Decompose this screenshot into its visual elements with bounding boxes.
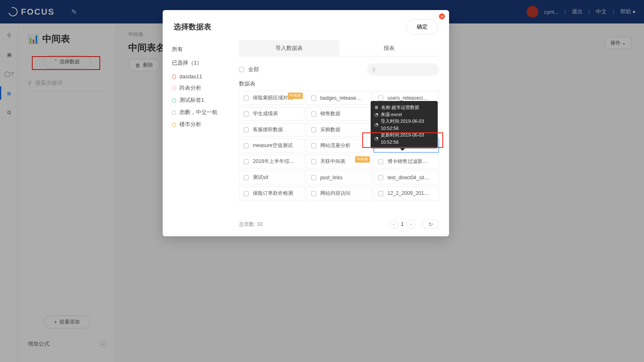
modal-title: 选择数据表 — [174, 22, 211, 32]
tag-item[interactable]: 跨表分析 — [172, 82, 233, 94]
clock-icon: ◔ — [374, 121, 379, 128]
table-checkbox[interactable] — [244, 175, 249, 180]
tag-label: dasdas11 — [179, 74, 202, 80]
confirm-button[interactable]: 确定 — [406, 19, 438, 34]
close-button[interactable]: ✕ — [439, 13, 445, 19]
table-cell[interactable]: 销售数据 — [306, 107, 372, 121]
tag-label: 楼市分析 — [179, 121, 201, 128]
tag-dot-icon — [172, 75, 176, 79]
table-cell[interactable]: 采购数据 — [306, 123, 372, 137]
table-checkbox[interactable] — [244, 191, 249, 196]
tag-dot-icon — [172, 86, 176, 90]
table-label: 网站流量分析 — [320, 142, 351, 149]
table-cell[interactable]: test_direct04_sit_m5... — [374, 171, 439, 184]
table-cell[interactable]: 网站流量分析 — [306, 139, 372, 153]
table-cell[interactable]: 保险索赔区域对比中间表 — [239, 91, 304, 105]
table-search-input[interactable]: ⚲ — [367, 63, 439, 76]
table-checkbox[interactable] — [311, 191, 316, 196]
category-column: 所有 已选择（1） dasdas11跨表分析测试标签1勿删，中交一航楼市分析 — [163, 40, 233, 229]
table-cell[interactable]: 12_2_2009_2017年G... — [374, 186, 439, 200]
next-page-button[interactable]: › — [406, 220, 415, 229]
table-label: 采购数据 — [320, 126, 340, 133]
table-label: badges_releaseci_m8... — [320, 95, 362, 101]
table-checkbox[interactable] — [311, 175, 316, 180]
table-cell[interactable]: 保险订单欺诈检测 — [239, 186, 304, 200]
table-cell[interactable]: post_links — [306, 171, 372, 184]
tag-item[interactable]: 测试标签1 — [172, 94, 233, 106]
search-icon: ⚲ — [372, 67, 376, 73]
table-label: 12_2_2009_2017年G... — [387, 190, 429, 197]
table-checkbox[interactable] — [311, 96, 316, 101]
table-label: 博卡销售过滤新增数据... — [387, 158, 429, 165]
table-label: 客服接听数据 — [253, 126, 283, 133]
total-pages: 总页数: 10 — [239, 221, 262, 228]
tag-item[interactable]: 勿删，中交一航 — [172, 106, 233, 119]
table-checkbox[interactable] — [378, 96, 383, 101]
table-checkbox[interactable] — [378, 175, 383, 180]
table-checkbox[interactable] — [244, 111, 249, 116]
table-label: 销售数据 — [320, 110, 340, 117]
table-cell[interactable]: 测试sd — [239, 171, 304, 184]
tag-item[interactable]: 楼市分析 — [172, 119, 233, 131]
tag-label: 跨表分析 — [179, 85, 201, 92]
tag-dot-icon — [172, 98, 176, 103]
table-label: users_releaseci_p186... — [387, 95, 429, 101]
table-label: 测试sd — [253, 174, 268, 181]
table-cell[interactable]: 博卡销售过滤新增数据... — [374, 155, 439, 168]
table-cell[interactable]: badges_releaseci_m8... — [306, 91, 372, 105]
tables-section-label: 数据表 — [239, 80, 439, 88]
table-checkbox[interactable] — [311, 127, 316, 132]
table-label: 保险索赔区域对比 — [253, 94, 293, 101]
table-checkbox[interactable] — [311, 111, 316, 116]
tab-report[interactable]: 报表 — [339, 40, 439, 57]
tag-label: 测试标签1 — [179, 97, 204, 104]
table-cell[interactable]: 网站内容访问 — [306, 186, 372, 200]
table-checkbox[interactable] — [378, 191, 383, 196]
table-checkbox[interactable] — [244, 96, 249, 101]
clock-icon: ◔ — [374, 111, 379, 118]
tag-dot-icon — [172, 123, 176, 127]
table-checkbox[interactable] — [244, 127, 249, 132]
badge-mid: 中间表 — [288, 93, 303, 99]
table-checkbox[interactable] — [311, 143, 316, 148]
table-checkbox[interactable] — [311, 159, 316, 164]
table-cell[interactable]: 学生成绩表 — [239, 107, 304, 121]
file-icon: 🗎 — [374, 104, 379, 111]
table-label: test_direct04_sit_m5... — [387, 175, 429, 181]
select-all-label: 全部 — [248, 66, 259, 73]
tab-import[interactable]: 导入数据表 — [239, 40, 339, 57]
table-label: measure空值测试 — [253, 142, 293, 149]
badge-mid: 中间表 — [355, 156, 370, 163]
refresh-button[interactable]: ↻ — [422, 220, 439, 229]
table-label: 关联中间表 — [320, 158, 345, 165]
table-cell[interactable]: measure空值测试 — [239, 139, 304, 153]
table-info-tooltip: 🗎名称:超市运营数据 ◔来源:excel ◔导入时间:2019-06-03 10… — [371, 101, 438, 148]
table-label: 网站内容访问 — [320, 190, 351, 197]
clock-icon: ◔ — [374, 135, 379, 142]
select-all-checkbox[interactable] — [239, 67, 244, 72]
table-checkbox[interactable] — [378, 159, 383, 164]
cat-all[interactable]: 所有 — [172, 43, 233, 56]
table-checkbox[interactable] — [244, 143, 249, 148]
table-label: post_links — [320, 175, 343, 181]
table-cell[interactable]: 关联中间表中间表 — [306, 155, 372, 168]
table-checkbox[interactable] — [244, 159, 249, 164]
tag-label: 勿删，中交一航 — [179, 109, 218, 116]
prev-page-button[interactable]: ‹ — [389, 220, 398, 229]
table-label: 学生成绩表 — [253, 110, 278, 117]
tag-item[interactable]: dasdas11 — [172, 71, 233, 82]
tag-dot-icon — [172, 111, 176, 115]
table-cell[interactable]: 客服接听数据 — [239, 123, 304, 137]
current-page: 1 — [401, 221, 404, 227]
table-label: 2018年上半年综合明... — [253, 158, 295, 165]
cat-selected[interactable]: 已选择（1） — [172, 56, 233, 70]
table-cell[interactable]: 2018年上半年综合明... — [239, 155, 304, 168]
table-label: 保险订单欺诈检测 — [253, 190, 293, 197]
